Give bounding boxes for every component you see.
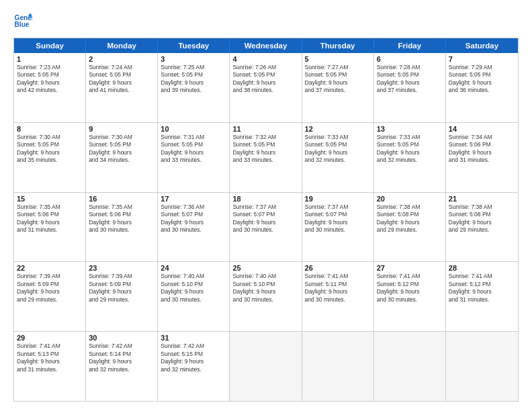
calendar-cell: 20Sunrise: 7:38 AMSunset: 5:08 PMDayligh…: [374, 193, 446, 262]
header-day-saturday: Saturday: [446, 38, 518, 53]
cell-sun-info: Sunrise: 7:38 AMSunset: 5:08 PMDaylight:…: [449, 203, 515, 234]
cell-sun-info: Sunrise: 7:26 AMSunset: 5:05 PMDaylight:…: [232, 64, 298, 95]
calendar-row-5: 29Sunrise: 7:41 AMSunset: 5:13 PMDayligh…: [14, 331, 518, 401]
page: General Blue SundayMondayTuesdayWednesda…: [0, 0, 532, 411]
calendar-cell: [446, 332, 518, 401]
cell-sun-info: Sunrise: 7:35 AMSunset: 5:06 PMDaylight:…: [89, 203, 154, 234]
header-day-tuesday: Tuesday: [158, 38, 230, 53]
calendar-cell: 30Sunrise: 7:42 AMSunset: 5:14 PMDayligh…: [86, 332, 158, 401]
cell-sun-info: Sunrise: 7:40 AMSunset: 5:10 PMDaylight:…: [161, 273, 226, 304]
calendar: SundayMondayTuesdayWednesdayThursdayFrid…: [13, 38, 519, 402]
cell-sun-info: Sunrise: 7:29 AMSunset: 5:05 PMDaylight:…: [449, 64, 515, 95]
calendar-cell: 22Sunrise: 7:39 AMSunset: 5:09 PMDayligh…: [14, 262, 86, 331]
calendar-cell: 23Sunrise: 7:39 AMSunset: 5:09 PMDayligh…: [86, 262, 158, 331]
day-number: 21: [449, 195, 515, 203]
day-number: 16: [89, 195, 154, 203]
day-number: 25: [232, 264, 298, 272]
day-number: 8: [17, 125, 83, 133]
header-day-friday: Friday: [374, 38, 446, 53]
day-number: 13: [377, 125, 443, 133]
calendar-row-2: 8Sunrise: 7:30 AMSunset: 5:05 PMDaylight…: [14, 122, 518, 192]
calendar-cell: 8Sunrise: 7:30 AMSunset: 5:05 PMDaylight…: [14, 123, 86, 192]
day-number: 9: [89, 125, 154, 133]
cell-sun-info: Sunrise: 7:41 AMSunset: 5:12 PMDaylight:…: [449, 273, 515, 304]
cell-sun-info: Sunrise: 7:25 AMSunset: 5:05 PMDaylight:…: [161, 64, 226, 95]
calendar-cell: 31Sunrise: 7:42 AMSunset: 5:15 PMDayligh…: [158, 332, 230, 401]
calendar-row-3: 15Sunrise: 7:35 AMSunset: 5:06 PMDayligh…: [14, 192, 518, 262]
day-number: 12: [305, 125, 371, 133]
logo: General Blue: [13, 12, 32, 31]
day-number: 27: [377, 264, 443, 272]
day-number: 17: [161, 195, 226, 203]
day-number: 23: [89, 264, 154, 272]
calendar-cell: 13Sunrise: 7:33 AMSunset: 5:05 PMDayligh…: [374, 123, 446, 192]
calendar-cell: 25Sunrise: 7:40 AMSunset: 5:10 PMDayligh…: [230, 262, 302, 331]
day-number: 28: [449, 264, 515, 272]
day-number: 31: [161, 334, 226, 342]
calendar-cell: 16Sunrise: 7:35 AMSunset: 5:06 PMDayligh…: [86, 193, 158, 262]
cell-sun-info: Sunrise: 7:27 AMSunset: 5:05 PMDaylight:…: [305, 64, 371, 95]
cell-sun-info: Sunrise: 7:32 AMSunset: 5:05 PMDaylight:…: [232, 134, 298, 165]
calendar-cell: [302, 332, 374, 401]
day-number: 6: [377, 55, 443, 63]
day-number: 11: [232, 125, 298, 133]
day-number: 10: [161, 125, 226, 133]
calendar-cell: 7Sunrise: 7:29 AMSunset: 5:05 PMDaylight…: [446, 53, 518, 122]
calendar-cell: 18Sunrise: 7:37 AMSunset: 5:07 PMDayligh…: [230, 193, 302, 262]
calendar-cell: [374, 332, 446, 401]
cell-sun-info: Sunrise: 7:38 AMSunset: 5:08 PMDaylight:…: [377, 203, 443, 234]
calendar-cell: 14Sunrise: 7:34 AMSunset: 5:06 PMDayligh…: [446, 123, 518, 192]
calendar-cell: 24Sunrise: 7:40 AMSunset: 5:10 PMDayligh…: [158, 262, 230, 331]
calendar-body: 1Sunrise: 7:23 AMSunset: 5:05 PMDaylight…: [14, 53, 518, 401]
calendar-cell: 17Sunrise: 7:36 AMSunset: 5:07 PMDayligh…: [158, 193, 230, 262]
calendar-cell: 26Sunrise: 7:41 AMSunset: 5:11 PMDayligh…: [302, 262, 374, 331]
header-day-sunday: Sunday: [14, 38, 86, 53]
day-number: 19: [305, 195, 371, 203]
calendar-row-1: 1Sunrise: 7:23 AMSunset: 5:05 PMDaylight…: [14, 53, 518, 122]
cell-sun-info: Sunrise: 7:31 AMSunset: 5:05 PMDaylight:…: [161, 134, 226, 165]
day-number: 7: [449, 55, 515, 63]
day-number: 5: [305, 55, 371, 63]
cell-sun-info: Sunrise: 7:41 AMSunset: 5:12 PMDaylight:…: [377, 273, 443, 304]
cell-sun-info: Sunrise: 7:39 AMSunset: 5:09 PMDaylight:…: [17, 273, 83, 304]
cell-sun-info: Sunrise: 7:42 AMSunset: 5:14 PMDaylight:…: [89, 342, 154, 373]
cell-sun-info: Sunrise: 7:42 AMSunset: 5:15 PMDaylight:…: [161, 342, 226, 373]
cell-sun-info: Sunrise: 7:36 AMSunset: 5:07 PMDaylight:…: [161, 203, 226, 234]
cell-sun-info: Sunrise: 7:41 AMSunset: 5:13 PMDaylight:…: [17, 342, 83, 373]
day-number: 20: [377, 195, 443, 203]
cell-sun-info: Sunrise: 7:34 AMSunset: 5:06 PMDaylight:…: [449, 134, 515, 165]
calendar-header-row: SundayMondayTuesdayWednesdayThursdayFrid…: [14, 38, 518, 53]
calendar-cell: 10Sunrise: 7:31 AMSunset: 5:05 PMDayligh…: [158, 123, 230, 192]
day-number: 30: [89, 334, 154, 342]
day-number: 29: [17, 334, 83, 342]
calendar-cell: 11Sunrise: 7:32 AMSunset: 5:05 PMDayligh…: [230, 123, 302, 192]
header-day-monday: Monday: [86, 38, 158, 53]
calendar-cell: 21Sunrise: 7:38 AMSunset: 5:08 PMDayligh…: [446, 193, 518, 262]
day-number: 18: [232, 195, 298, 203]
cell-sun-info: Sunrise: 7:28 AMSunset: 5:05 PMDaylight:…: [377, 64, 443, 95]
calendar-cell: 19Sunrise: 7:37 AMSunset: 5:07 PMDayligh…: [302, 193, 374, 262]
cell-sun-info: Sunrise: 7:39 AMSunset: 5:09 PMDaylight:…: [89, 273, 154, 304]
calendar-cell: 4Sunrise: 7:26 AMSunset: 5:05 PMDaylight…: [230, 53, 302, 122]
calendar-cell: 6Sunrise: 7:28 AMSunset: 5:05 PMDaylight…: [374, 53, 446, 122]
cell-sun-info: Sunrise: 7:23 AMSunset: 5:05 PMDaylight:…: [17, 64, 83, 95]
calendar-cell: 9Sunrise: 7:30 AMSunset: 5:05 PMDaylight…: [86, 123, 158, 192]
logo-icon: General Blue: [13, 12, 32, 31]
calendar-cell: 15Sunrise: 7:35 AMSunset: 5:06 PMDayligh…: [14, 193, 86, 262]
calendar-cell: 28Sunrise: 7:41 AMSunset: 5:12 PMDayligh…: [446, 262, 518, 331]
cell-sun-info: Sunrise: 7:30 AMSunset: 5:05 PMDaylight:…: [89, 134, 154, 165]
day-number: 1: [17, 55, 83, 63]
cell-sun-info: Sunrise: 7:40 AMSunset: 5:10 PMDaylight:…: [232, 273, 298, 304]
cell-sun-info: Sunrise: 7:30 AMSunset: 5:05 PMDaylight:…: [17, 134, 83, 165]
cell-sun-info: Sunrise: 7:33 AMSunset: 5:05 PMDaylight:…: [305, 134, 371, 165]
calendar-cell: 29Sunrise: 7:41 AMSunset: 5:13 PMDayligh…: [14, 332, 86, 401]
day-number: 22: [17, 264, 83, 272]
calendar-cell: [230, 332, 302, 401]
day-number: 24: [161, 264, 226, 272]
calendar-cell: 12Sunrise: 7:33 AMSunset: 5:05 PMDayligh…: [302, 123, 374, 192]
day-number: 26: [305, 264, 371, 272]
cell-sun-info: Sunrise: 7:37 AMSunset: 5:07 PMDaylight:…: [232, 203, 298, 234]
calendar-cell: 3Sunrise: 7:25 AMSunset: 5:05 PMDaylight…: [158, 53, 230, 122]
svg-text:Blue: Blue: [15, 21, 30, 28]
calendar-cell: 27Sunrise: 7:41 AMSunset: 5:12 PMDayligh…: [374, 262, 446, 331]
